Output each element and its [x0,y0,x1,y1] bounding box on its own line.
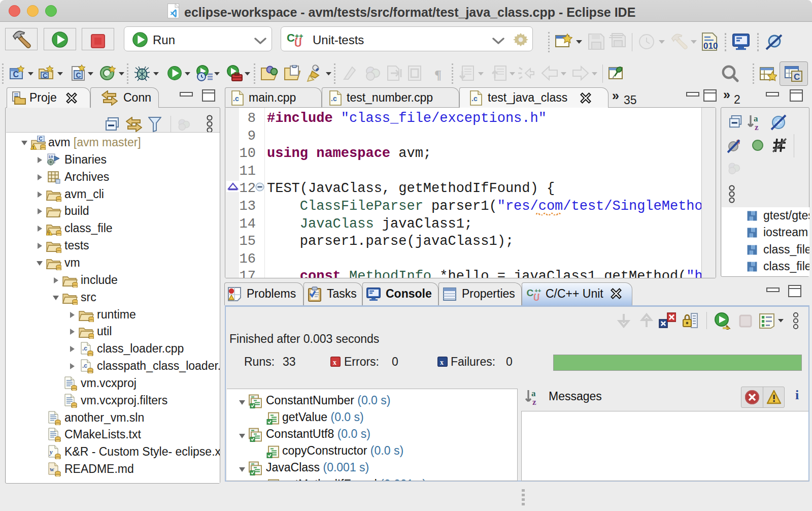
svg-text:C: C [76,71,81,79]
svg-text:C: C [13,70,19,79]
svg-text:x: x [333,359,336,366]
svg-text:z: z [532,397,536,405]
svg-text:C: C [526,288,533,298]
svg-text:010: 010 [703,41,718,51]
svg-text:x: x [440,359,444,366]
svg-text:C: C [794,72,800,82]
svg-text:C: C [287,31,295,44]
svg-text:z: z [755,122,759,131]
svg-text:C: C [43,72,48,79]
